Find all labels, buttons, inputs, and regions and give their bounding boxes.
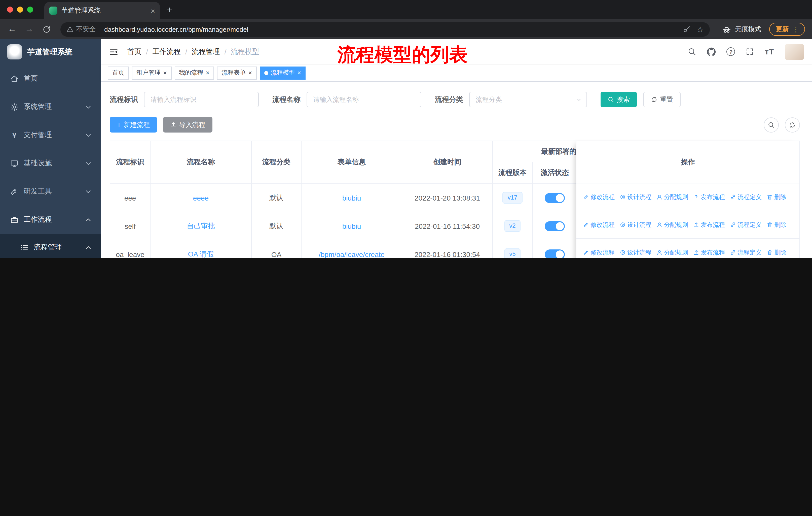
breadcrumb-item[interactable]: 工作流程 [152, 47, 181, 56]
op-publish-link[interactable]: 发布流程 [693, 248, 725, 257]
password-key-icon[interactable] [683, 25, 690, 33]
op-assign-rule-link[interactable]: 分配规则 [657, 193, 688, 201]
create-process-button[interactable]: + 新建流程 [110, 117, 157, 133]
window-controls [0, 0, 39, 19]
sidebar-item-workflow[interactable]: 工作流程 [0, 206, 101, 234]
tab-close-icon[interactable]: × [150, 7, 155, 15]
tag-process-form[interactable]: 流程表单 × [217, 66, 257, 79]
browser-tab-strip: 芋道管理系统 × + [0, 0, 812, 19]
breadcrumb-item[interactable]: 首页 [127, 47, 141, 56]
cell-category: 默认 [269, 193, 283, 202]
user-avatar[interactable] [785, 44, 804, 60]
browser-toolbar: ← → 不安全 dashboard.yudao.iocoder.cn/bpm/m… [0, 19, 812, 39]
col-process-version: 流程版本 [493, 162, 532, 184]
link-icon [730, 194, 736, 200]
font-size-icon[interactable]: тT [765, 47, 774, 56]
op-publish-link[interactable]: 发布流程 [693, 193, 725, 201]
op-modify-link[interactable]: 修改流程 [583, 248, 615, 257]
process-id-input[interactable] [144, 92, 259, 107]
window-zoom-button[interactable] [27, 6, 33, 12]
import-process-button[interactable]: 导入流程 [163, 117, 212, 133]
sidebar-collapse-icon[interactable] [109, 46, 120, 57]
op-definition-link[interactable]: 流程定义 [730, 193, 762, 201]
op-delete-link[interactable]: 删除 [767, 193, 786, 201]
user-icon [657, 249, 663, 255]
app-title: 芋道管理系统 [27, 47, 72, 57]
op-delete-link[interactable]: 删除 [767, 248, 786, 257]
op-modify-link[interactable]: 修改流程 [583, 220, 615, 229]
activation-toggle[interactable] [545, 221, 565, 231]
fixed-actions-column: 操作 修改流程 设计流程 分配规则 发布流程 流程定义 删除 修改流程 设计流程 [576, 141, 800, 258]
col-process-name: 流程名称 [150, 141, 252, 184]
sidebar-item-home[interactable]: 首页 [0, 64, 101, 93]
process-category-label: 流程分类 [435, 95, 463, 104]
activation-toggle[interactable] [545, 193, 565, 203]
process-id-label: 流程标识 [110, 95, 138, 104]
form-info-link[interactable]: biubiu [342, 194, 361, 202]
tag-tenant-mgmt[interactable]: 租户管理 × [132, 66, 171, 79]
op-design-link[interactable]: 设计流程 [620, 193, 651, 201]
close-icon[interactable]: × [163, 70, 167, 76]
tag-home[interactable]: 首页 [108, 66, 129, 79]
op-assign-rule-link[interactable]: 分配规则 [657, 248, 688, 257]
process-model-table: 流程标识 流程名称 流程分类 表单信息 创建时间 最新部署的 流程版本 激活状态 [110, 141, 800, 258]
window-close-button[interactable] [7, 6, 13, 12]
sidebar-item-devtools[interactable]: 研发工具 [0, 178, 101, 206]
op-design-link[interactable]: 设计流程 [620, 220, 651, 229]
address-bar[interactable]: 不安全 dashboard.yudao.iocoder.cn/bpm/manag… [60, 22, 710, 36]
op-design-link[interactable]: 设计流程 [620, 248, 651, 257]
breadcrumb-separator [185, 48, 187, 56]
window-minimize-button[interactable] [17, 6, 23, 12]
publish-icon [693, 222, 699, 228]
process-name-link[interactable]: OA 请假 [188, 250, 214, 258]
op-definition-link[interactable]: 流程定义 [730, 220, 762, 229]
process-category-select[interactable]: 流程分类 [469, 92, 587, 107]
op-publish-link[interactable]: 发布流程 [693, 220, 725, 229]
tag-process-model[interactable]: 流程模型 × [260, 66, 306, 79]
search-button[interactable]: 搜索 [601, 92, 637, 107]
version-tag: v17 [503, 192, 523, 203]
bookmark-star-icon[interactable]: ☆ [696, 24, 704, 34]
toggle-search-button[interactable] [764, 117, 779, 132]
menu-dots-icon[interactable]: ⋮ [792, 25, 800, 33]
form-info-link[interactable]: biubiu [342, 222, 361, 230]
op-assign-rule-link[interactable]: 分配规则 [657, 220, 688, 229]
sidebar: 芋道管理系统 首页 系统管理 ¥ 支付管理 [0, 39, 101, 258]
browser-update-button[interactable]: 更新 ⋮ [769, 23, 805, 36]
close-icon[interactable]: × [297, 70, 301, 76]
refresh-table-button[interactable] [785, 117, 800, 132]
github-icon[interactable] [707, 47, 716, 56]
sidebar-item-process-mgmt[interactable]: 流程管理 [0, 234, 101, 258]
process-name-input[interactable] [307, 92, 422, 107]
breadcrumb-item[interactable]: 流程管理 [192, 47, 220, 56]
sidebar-item-system[interactable]: 系统管理 [0, 93, 101, 121]
tag-my-process[interactable]: 我的流程 × [174, 66, 214, 79]
cell-category: 默认 [269, 221, 283, 230]
close-icon[interactable]: × [248, 70, 252, 76]
browser-tab[interactable]: 芋道管理系统 × [44, 2, 160, 19]
search-icon [608, 96, 614, 103]
monitor-icon [10, 159, 19, 167]
gear-icon [10, 103, 19, 111]
sidebar-item-payment[interactable]: ¥ 支付管理 [0, 121, 101, 149]
new-tab-button[interactable]: + [162, 2, 177, 18]
process-name-link[interactable]: eeee [193, 194, 209, 202]
back-icon[interactable]: ← [5, 22, 19, 36]
help-icon[interactable]: ? [727, 47, 735, 56]
sidebar-item-infrastructure[interactable]: 基础设施 [0, 149, 101, 178]
fullscreen-icon[interactable] [746, 47, 754, 56]
reset-button[interactable]: 重置 [643, 92, 680, 107]
row-actions: 修改流程 设计流程 分配规则 发布流程 流程定义 删除 [576, 239, 800, 258]
security-indicator[interactable]: 不安全 [66, 25, 96, 34]
close-icon[interactable]: × [206, 70, 209, 76]
yen-icon: ¥ [10, 131, 19, 139]
forward-icon[interactable]: → [22, 22, 36, 36]
form-info-link[interactable]: /bpm/oa/leave/create [319, 250, 385, 258]
op-delete-link[interactable]: 删除 [767, 220, 786, 229]
process-name-link[interactable]: 自己审批 [187, 221, 215, 230]
op-definition-link[interactable]: 流程定义 [730, 248, 762, 257]
op-modify-link[interactable]: 修改流程 [583, 193, 615, 201]
search-icon[interactable] [688, 47, 696, 56]
reload-icon[interactable] [39, 22, 53, 36]
activation-toggle[interactable] [545, 249, 565, 258]
